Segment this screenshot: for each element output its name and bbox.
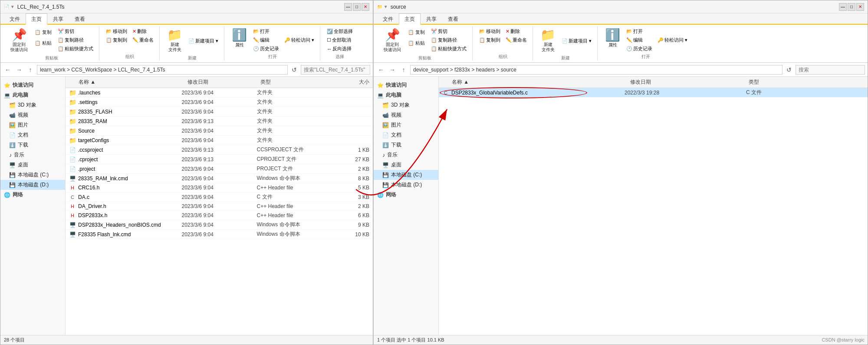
sidebar-music-left[interactable]: ♪ 音乐 xyxy=(0,150,65,160)
sidebar-music-right[interactable]: ♪ 音乐 xyxy=(374,150,438,160)
refresh-button-left[interactable]: ↺ xyxy=(289,65,299,75)
open-button-right[interactable]: 📂 打开 xyxy=(624,27,654,36)
tab-view-left[interactable]: 查看 xyxy=(69,13,91,24)
rename-button-right[interactable]: ✏️ 重命名 xyxy=(503,36,529,44)
sidebar-pictures-right[interactable]: 🖼️ 图片 xyxy=(374,120,438,130)
new-folder-button-right[interactable]: 📁 新建文件夹 xyxy=(537,27,559,54)
col-size-header-left[interactable]: 大小 xyxy=(333,78,373,86)
file-row[interactable]: 📁28335_RAM 2023/3/6 9:13 文件夹 xyxy=(66,117,373,126)
file-row[interactable]: 📁28335_FLASH 2023/3/6 9:04 文件夹 xyxy=(66,107,373,117)
file-row[interactable]: HDSP2833x.h 2023/3/6 9:04 C++ Header fil… xyxy=(66,211,373,220)
address-path-left[interactable]: learn_work > CCS_WorkSpace > LCL_Rec_7.4… xyxy=(37,65,288,75)
properties-button-right[interactable]: ℹ️ 属性 xyxy=(602,27,623,53)
select-all-button[interactable]: ☑️ 全部选择 xyxy=(325,27,355,36)
tab-file-right[interactable]: 文件 xyxy=(377,13,399,24)
new-item-button[interactable]: 📄 新建项目 ▾ xyxy=(186,27,220,54)
delete-button-right[interactable]: ✕ 删除 xyxy=(503,27,529,36)
sidebar-3dobjects-left[interactable]: 🗂️ 3D 对象 xyxy=(0,100,65,110)
file-row[interactable]: 📄.cproject 2023/3/6 9:13 CPROJECT 文件 27 … xyxy=(66,155,373,164)
new-item-button-right[interactable]: 📄 新建项目 ▾ xyxy=(559,27,594,54)
sidebar-thispc-left[interactable]: 💻 此电脑 xyxy=(0,90,65,100)
sidebar-videos-left[interactable]: 📹 视频 xyxy=(0,110,65,120)
cut-button-right[interactable]: ✂️ 剪切 xyxy=(429,27,469,36)
sidebar-videos-right[interactable]: 📹 视频 xyxy=(374,110,438,120)
copy-path-button-right[interactable]: 📋 复制路径 xyxy=(429,36,469,44)
new-folder-button[interactable]: 📁 新建文件夹 xyxy=(164,27,185,54)
address-path-right[interactable]: device_support > f2833x > headers > sour… xyxy=(410,65,783,75)
sidebar-drive-c-left[interactable]: 💾 本地磁盘 (C:) xyxy=(0,170,65,180)
col-date-header-left[interactable]: 修改日期 xyxy=(187,78,260,86)
file-row[interactable]: 🖥️DSP2833x_Headers_nonBIOS.cmd 2023/3/6 … xyxy=(66,220,373,230)
file-row[interactable]: 📁targetConfigs 2023/3/6 9:04 文件夹 xyxy=(66,136,373,145)
move-to-button-right[interactable]: 📂 移动到 xyxy=(477,27,503,36)
tab-view-right[interactable]: 查看 xyxy=(442,13,464,24)
copy-path-button[interactable]: 📋 复制路径 xyxy=(56,36,95,44)
tab-file-left[interactable]: 文件 xyxy=(4,13,26,24)
sidebar-network-right[interactable]: 🌐 网络 xyxy=(374,190,438,200)
edit-button[interactable]: ✏️ 编辑 xyxy=(251,36,281,44)
sidebar-quickaccess-left[interactable]: ⭐ 快速访问 xyxy=(0,80,65,90)
refresh-button-right[interactable]: ↺ xyxy=(784,65,794,75)
sidebar-documents-right[interactable]: 📄 文档 xyxy=(374,130,438,140)
maximize-button[interactable]: □ xyxy=(353,3,361,11)
tab-share-left[interactable]: 共享 xyxy=(47,13,69,24)
file-row[interactable]: 🖥️F28335 Flash_lnk.cmd 2023/3/6 9:04 Win… xyxy=(66,230,373,239)
tab-share-right[interactable]: 共享 xyxy=(421,13,442,24)
properties-button[interactable]: ℹ️ 属性 xyxy=(229,27,250,53)
sidebar-3dobjects-right[interactable]: 🗂️ 3D 对象 xyxy=(374,100,438,110)
history-button-right[interactable]: 🕐 历史记录 xyxy=(624,45,654,53)
sidebar-downloads-left[interactable]: ⬇️ 下载 xyxy=(0,140,65,150)
rename-button[interactable]: ✏️ 重命名 xyxy=(130,36,156,44)
file-row[interactable]: 📄.ccsproject 2023/3/6 9:13 CCSPROJECT 文件… xyxy=(66,145,373,155)
sidebar-drive-d-left[interactable]: 💾 本地磁盘 (D:) xyxy=(0,180,65,190)
paste-button[interactable]: 📋 粘贴 xyxy=(32,38,55,48)
col-type-header-left[interactable]: 类型 xyxy=(260,78,333,86)
file-row[interactable]: CDA.c 2023/3/6 9:04 C 文件 3 KB xyxy=(66,192,373,202)
file-row[interactable]: HCRC16.h 2023/3/6 9:04 C++ Header file 5… xyxy=(66,183,373,192)
open-button[interactable]: 📂 打开 xyxy=(251,27,281,36)
copy-button[interactable]: 📋 复制 xyxy=(32,27,55,37)
close-button-right[interactable]: ✕ xyxy=(856,3,864,11)
sidebar-quickaccess-right[interactable]: ⭐ 快速访问 xyxy=(374,80,438,90)
forward-button-left[interactable]: → xyxy=(14,65,24,75)
cut-button[interactable]: ✂️ 剪切 xyxy=(56,27,95,36)
dsp-file-row[interactable]: C DSP2833x_GlobalVariableDefs.c 2022/3/3… xyxy=(439,88,868,98)
file-row[interactable]: HDA_Driver.h 2023/3/6 9:04 C++ Header fi… xyxy=(66,202,373,211)
minimize-button[interactable]: — xyxy=(344,3,352,11)
sidebar-downloads-right[interactable]: ⬇️ 下载 xyxy=(374,140,438,150)
sidebar-documents-left[interactable]: 📄 文档 xyxy=(0,130,65,140)
close-button[interactable]: ✕ xyxy=(362,3,369,11)
paste-shortcut-button-right[interactable]: 📋 粘贴快捷方式 xyxy=(429,45,469,53)
col-date-header-right[interactable]: 修改日期 xyxy=(630,78,749,86)
deselect-all-button[interactable]: ☐ 全部取消 xyxy=(325,36,355,44)
up-button-left[interactable]: ↑ xyxy=(26,65,35,75)
sidebar-drive-d-right[interactable]: 💾 本地磁盘 (D:) xyxy=(374,180,438,190)
forward-button-right[interactable]: → xyxy=(388,65,397,75)
edit-button-right[interactable]: ✏️ 编辑 xyxy=(624,36,654,44)
copy-to-button-right[interactable]: 📋 复制到 xyxy=(477,36,503,44)
pin-to-quickaccess-button[interactable]: 📌 固定到快速访问 xyxy=(7,27,31,54)
maximize-button-right[interactable]: □ xyxy=(848,3,855,11)
move-to-button[interactable]: 📂 移动到 xyxy=(104,27,129,36)
history-button[interactable]: 🕐 历史记录 xyxy=(251,45,281,53)
back-button-left[interactable]: ← xyxy=(3,65,13,75)
search-input-right[interactable] xyxy=(796,65,865,75)
delete-button[interactable]: ✕ 删除 xyxy=(130,27,156,36)
paste-button-right[interactable]: 📋 粘贴 xyxy=(405,38,428,48)
sidebar-pictures-left[interactable]: 🖼️ 图片 xyxy=(0,120,65,130)
col-name-header-right[interactable]: 名称 ▲ xyxy=(439,78,630,86)
minimize-button-right[interactable]: — xyxy=(839,3,847,11)
copy-button-right[interactable]: 📋 复制 xyxy=(405,27,428,37)
back-button-right[interactable]: ← xyxy=(376,65,386,75)
easy-access-button-right[interactable]: 🔑 轻松访问 ▾ xyxy=(655,27,690,53)
col-name-header-left[interactable]: 名称 ▲ xyxy=(66,78,187,86)
file-row[interactable]: 🖥️28335_RAM_lnk.cmd 2023/3/6 9:04 Window… xyxy=(66,174,373,183)
sidebar-thispc-right[interactable]: 💻 此电脑 xyxy=(374,90,438,100)
tab-home-right[interactable]: 主页 xyxy=(399,13,421,25)
file-row[interactable]: 📄.project 2023/3/6 9:04 PROJECT 文件 2 KB xyxy=(66,164,373,174)
sidebar-desktop-left[interactable]: 🖥️ 桌面 xyxy=(0,160,65,170)
source-folder-row[interactable]: 📁Source 2023/3/6 9:04 文件夹 xyxy=(66,126,373,136)
copy-to-button[interactable]: 📋 复制到 xyxy=(104,36,129,44)
file-row[interactable]: 📁.launches 2023/3/6 9:04 文件夹 xyxy=(66,88,373,98)
pin-to-quickaccess-button-right[interactable]: 📌 固定到快速访问 xyxy=(381,27,404,54)
